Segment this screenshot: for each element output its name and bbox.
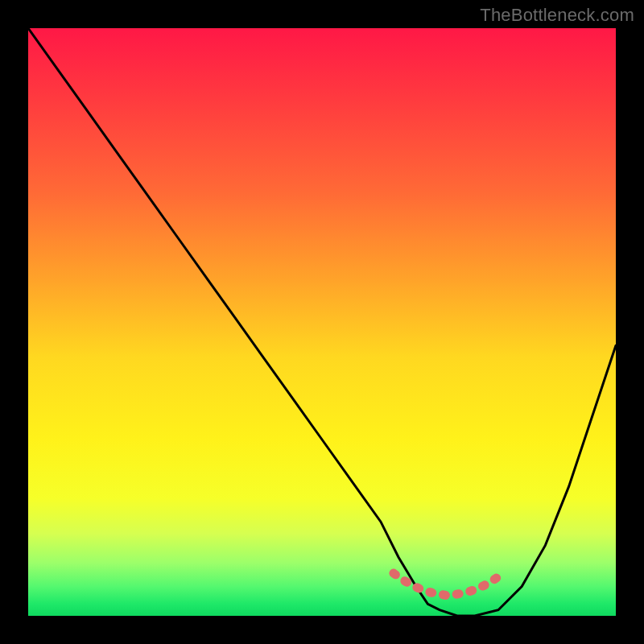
bottleneck-curve-path bbox=[28, 28, 616, 616]
watermark-text: TheBottleneck.com bbox=[480, 5, 634, 26]
chart-frame: TheBottleneck.com bbox=[0, 0, 644, 644]
plot-area bbox=[28, 28, 616, 616]
optimum-marker-path bbox=[394, 573, 503, 596]
curve-svg bbox=[28, 28, 616, 616]
